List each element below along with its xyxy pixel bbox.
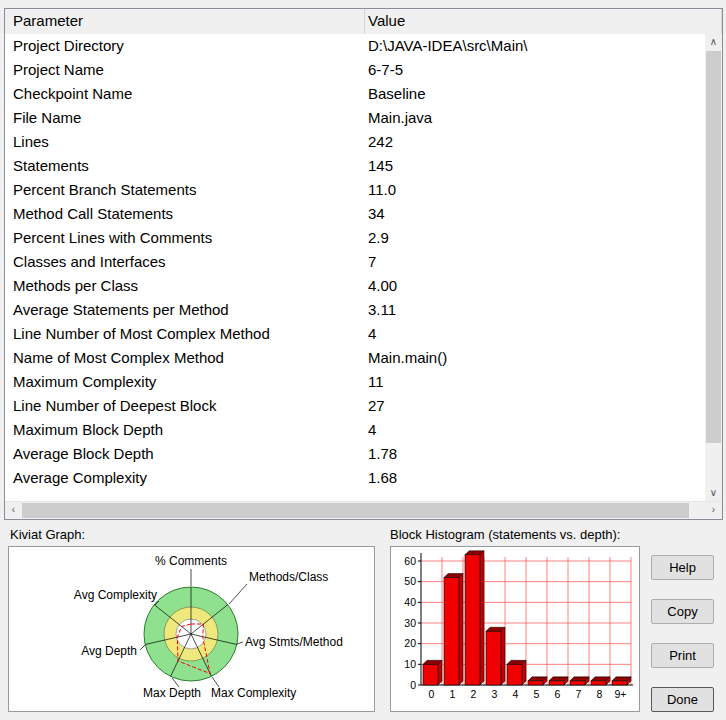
table-row[interactable]: Method Call Statements34 <box>5 202 705 226</box>
kiviat-section-label: Kiviat Graph: <box>10 527 85 542</box>
table-row[interactable]: Methods per Class4.00 <box>5 274 705 298</box>
table-row[interactable]: Line Number of Deepest Block27 <box>5 394 705 418</box>
value-cell: 3.11 <box>365 298 705 322</box>
horizontal-scrollbar-thumb[interactable] <box>22 503 689 518</box>
table-row[interactable]: Average Statements per Method3.11 <box>5 298 705 322</box>
parameter-cell: Average Statements per Method <box>5 298 365 322</box>
table-row[interactable]: Project DirectoryD:\JAVA-IDEA\src\Main\ <box>5 34 705 58</box>
table-row[interactable]: Percent Branch Statements11.0 <box>5 178 705 202</box>
table-row[interactable]: Average Block Depth1.78 <box>5 442 705 466</box>
parameter-cell: Percent Lines with Comments <box>5 226 365 250</box>
table-body: Project DirectoryD:\JAVA-IDEA\src\Main\P… <box>5 34 705 502</box>
parameter-cell: Maximum Block Depth <box>5 418 365 442</box>
kiviat-axis-label: Avg Complexity <box>74 588 157 602</box>
help-button[interactable]: Help <box>651 555 714 580</box>
parameter-cell: Classes and Interfaces <box>5 250 365 274</box>
svg-text:20: 20 <box>404 637 416 649</box>
done-button[interactable]: Done <box>651 687 714 712</box>
svg-text:3: 3 <box>492 688 498 700</box>
metrics-table: Parameter Value Project DirectoryD:\JAVA… <box>4 8 723 520</box>
table-row[interactable]: Checkpoint NameBaseline <box>5 82 705 106</box>
parameter-cell: Methods per Class <box>5 274 365 298</box>
table-row[interactable]: Maximum Complexity11 <box>5 370 705 394</box>
kiviat-axis-label: % Comments <box>155 554 227 568</box>
table-row[interactable]: Name of Most Complex MethodMain.main() <box>5 346 705 370</box>
svg-text:30: 30 <box>404 617 416 629</box>
kiviat-axis-label: Methods/Class <box>249 570 328 584</box>
svg-text:0: 0 <box>410 679 416 691</box>
value-cell: 242 <box>365 130 705 154</box>
parameter-cell: Name of Most Complex Method <box>5 346 365 370</box>
svg-text:0: 0 <box>429 688 435 700</box>
scroll-left-icon[interactable]: ‹ <box>5 502 22 519</box>
value-cell: 11 <box>365 370 705 394</box>
parameter-cell: Average Complexity <box>5 466 365 490</box>
table-row[interactable]: Line Number of Most Complex Method4 <box>5 322 705 346</box>
parameter-cell: Average Block Depth <box>5 442 365 466</box>
value-cell: 34 <box>365 202 705 226</box>
parameter-cell: Method Call Statements <box>5 202 365 226</box>
table-row[interactable]: File NameMain.java <box>5 106 705 130</box>
histogram-bars <box>423 551 631 685</box>
svg-text:10: 10 <box>404 658 416 670</box>
svg-text:9+: 9+ <box>615 688 627 700</box>
vertical-scrollbar[interactable]: ∧ ∨ <box>705 34 722 502</box>
vertical-scrollbar-thumb[interactable] <box>706 51 721 443</box>
kiviat-axis-label: Avg Depth <box>81 644 137 658</box>
value-cell: 4.00 <box>365 274 705 298</box>
kiviat-graph-panel: % Comments Methods/Class Avg Stmts/Metho… <box>8 546 375 712</box>
svg-text:40: 40 <box>404 596 416 608</box>
svg-text:6: 6 <box>555 688 561 700</box>
table-row[interactable]: Maximum Block Depth4 <box>5 418 705 442</box>
print-button[interactable]: Print <box>651 643 714 668</box>
block-histogram-panel: 01020304050600123456789+ <box>390 546 640 712</box>
parameter-cell: Maximum Complexity <box>5 370 365 394</box>
svg-text:50: 50 <box>404 575 416 587</box>
table-row[interactable]: Project Name6-7-5 <box>5 58 705 82</box>
copy-button[interactable]: Copy <box>651 599 714 624</box>
parameter-cell: Percent Branch Statements <box>5 178 365 202</box>
scroll-down-icon[interactable]: ∨ <box>705 485 722 502</box>
value-cell: Main.java <box>365 106 705 130</box>
value-cell: 6-7-5 <box>365 58 705 82</box>
block-histogram-chart: 01020304050600123456789+ <box>391 547 639 711</box>
table-row[interactable]: Statements145 <box>5 154 705 178</box>
svg-text:60: 60 <box>404 555 416 567</box>
value-cell: 1.68 <box>365 466 705 490</box>
column-header-parameter[interactable]: Parameter <box>5 9 365 34</box>
table-row[interactable]: Lines242 <box>5 130 705 154</box>
scroll-up-icon[interactable]: ∧ <box>705 34 722 51</box>
table-row[interactable]: Average Complexity1.68 <box>5 466 705 490</box>
parameter-cell: Lines <box>5 130 365 154</box>
parameter-cell: Checkpoint Name <box>5 82 365 106</box>
svg-text:1: 1 <box>450 688 456 700</box>
parameter-cell: Project Directory <box>5 34 365 58</box>
value-cell: 1.78 <box>365 442 705 466</box>
value-cell: Main.main() <box>365 346 705 370</box>
parameter-cell: File Name <box>5 106 365 130</box>
svg-text:8: 8 <box>597 688 603 700</box>
svg-text:7: 7 <box>576 688 582 700</box>
value-cell: 4 <box>365 322 705 346</box>
value-cell: Baseline <box>365 82 705 106</box>
value-cell: D:\JAVA-IDEA\src\Main\ <box>365 34 705 58</box>
parameter-cell: Statements <box>5 154 365 178</box>
table-row[interactable]: Classes and Interfaces7 <box>5 250 705 274</box>
column-header-value[interactable]: Value <box>365 9 722 34</box>
value-cell: 27 <box>365 394 705 418</box>
scroll-right-icon[interactable]: › <box>705 502 722 519</box>
svg-text:4: 4 <box>513 688 519 700</box>
kiviat-axis-label: Max Complexity <box>211 686 296 700</box>
table-row[interactable]: Percent Lines with Comments2.9 <box>5 226 705 250</box>
horizontal-scrollbar[interactable]: ‹ › <box>5 501 722 519</box>
value-cell: 7 <box>365 250 705 274</box>
value-cell: 145 <box>365 154 705 178</box>
value-cell: 4 <box>365 418 705 442</box>
kiviat-axis-label: Max Depth <box>143 686 201 700</box>
svg-text:2: 2 <box>471 688 477 700</box>
parameter-cell: Line Number of Most Complex Method <box>5 322 365 346</box>
kiviat-axis-label: Avg Stmts/Method <box>245 635 343 649</box>
parameter-cell: Project Name <box>5 58 365 82</box>
histogram-section-label: Block Histogram (statements vs. depth): <box>390 527 620 542</box>
value-cell: 2.9 <box>365 226 705 250</box>
